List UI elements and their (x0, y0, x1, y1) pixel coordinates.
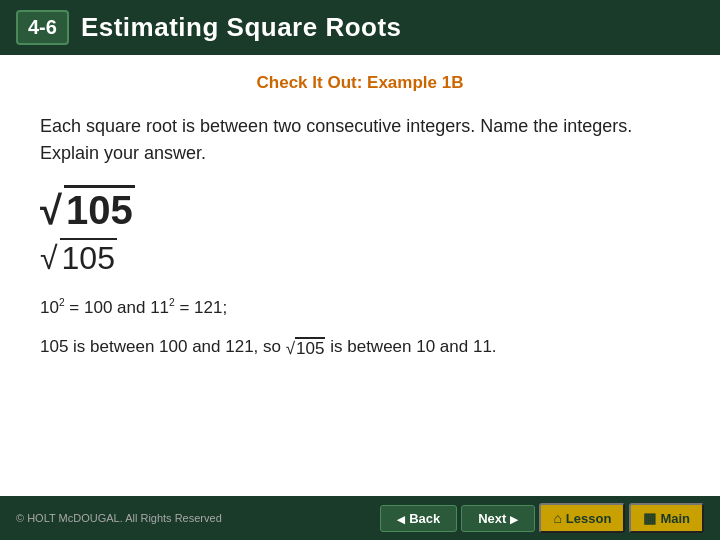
back-label: Back (409, 511, 440, 526)
sqrt-radical-normal: √ (40, 242, 58, 274)
page-footer: © HOLT McDOUGAL. All Rights Reserved Bac… (0, 496, 720, 540)
sqrt-number-bold: 105 (64, 185, 135, 230)
inline-sqrt-symbol: √ (286, 340, 295, 357)
lesson-label: Lesson (566, 511, 612, 526)
inline-sqrt: √105 (286, 337, 326, 357)
copyright-text: © HOLT McDOUGAL. All Rights Reserved (16, 512, 222, 524)
sqrt-display-normal: √ 105 (40, 238, 680, 274)
next-label: Next (478, 511, 506, 526)
sqrt-radical-bold: √ (40, 190, 62, 230)
main-button[interactable]: Main (629, 503, 704, 533)
explanation-line1: 102 = 100 and 112 = 121; (40, 294, 680, 323)
back-arrow-icon (397, 511, 405, 526)
problem-description: Each square root is between two consecut… (40, 113, 680, 167)
explanation-text-part3: is between 10 and 11. (330, 337, 496, 356)
main-grid-icon (643, 510, 656, 526)
next-arrow-icon (510, 511, 518, 526)
explanation-line2: 105 is between 100 and 121, so √105 is b… (40, 333, 680, 362)
nav-buttons: Back Next Lesson Main (380, 503, 704, 533)
main-label: Main (660, 511, 690, 526)
lesson-button[interactable]: Lesson (539, 503, 625, 533)
inline-sqrt-number: 105 (295, 337, 325, 357)
next-button[interactable]: Next (461, 505, 535, 532)
sqrt-number-normal: 105 (60, 238, 117, 274)
sqrt-display-bold: √ 105 (40, 185, 680, 230)
page-title: Estimating Square Roots (81, 12, 402, 43)
example-subtitle: Check It Out: Example 1B (40, 73, 680, 93)
page-header: 4-6 Estimating Square Roots (0, 0, 720, 55)
explanation-text-part1: 105 is between 100 and 121, so (40, 337, 281, 356)
lesson-badge: 4-6 (16, 10, 69, 45)
lesson-home-icon (553, 510, 561, 526)
main-content: Check It Out: Example 1B Each square roo… (0, 55, 720, 432)
back-button[interactable]: Back (380, 505, 457, 532)
